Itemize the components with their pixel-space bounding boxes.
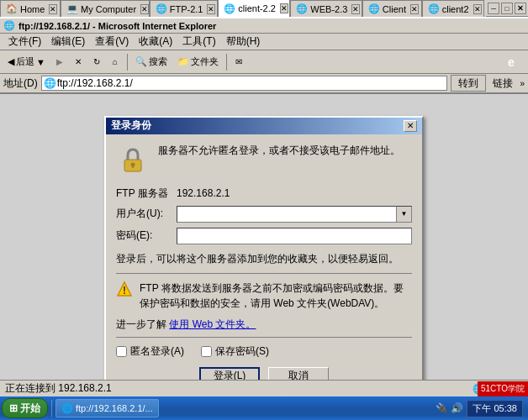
link-prefix: 进一步了解 <box>116 318 166 330</box>
watermark: 51CTO学院 <box>478 381 528 396</box>
home-button[interactable]: ⌂ <box>107 53 124 71</box>
dialog-title: 登录身份 <box>111 118 151 133</box>
anonymous-checkbox-item: 匿名登录(A) <box>116 344 184 359</box>
menu-edit[interactable]: 编辑(E) <box>46 33 90 50</box>
taskbar-sep <box>51 400 52 417</box>
client2-tab-close[interactable]: ✕ <box>410 4 419 14</box>
password-input[interactable] <box>177 228 412 244</box>
taskbar-ie-button[interactable]: 🌐 ftp://192.168.2.1/... <box>55 399 159 417</box>
mail-button[interactable]: ✉ <box>230 53 247 71</box>
toolbar-sep-2 <box>226 54 227 71</box>
back-label: 后退 <box>16 55 34 68</box>
separator-1 <box>116 273 412 274</box>
my-computer-tab-icon: 💻 <box>66 3 78 14</box>
my-computer-tab-label: My Computer <box>81 4 136 14</box>
go-button[interactable]: 转到 <box>451 75 486 92</box>
password-row: 密码(E): <box>116 228 412 244</box>
checkbox-row: 匿名登录(A) 保存密码(S) <box>116 344 412 359</box>
back-button[interactable]: ◀ 后退 ▼ <box>3 53 50 71</box>
username-dropdown-button[interactable]: ▼ <box>397 206 412 223</box>
minimize-btn[interactable]: ─ <box>488 3 499 14</box>
ie-icon: 🌐 <box>3 20 15 31</box>
folder-icon: 📁 <box>177 56 189 67</box>
lock-icon <box>118 144 148 175</box>
login-dialog: 登录身份 ✕ <box>104 116 424 399</box>
ie-logo-text: e <box>508 55 515 69</box>
close-btn[interactable]: ✕ <box>515 3 526 14</box>
forward-button[interactable]: ▶ <box>51 53 68 71</box>
menu-help[interactable]: 帮助(H) <box>221 33 266 50</box>
menu-bar: 文件(F) 编辑(E) 查看(V) 收藏(A) 工具(T) 帮助(H) <box>0 34 528 50</box>
folder-button[interactable]: 📁 文件夹 <box>173 53 223 71</box>
client3-tab-label: client2 <box>442 4 469 14</box>
username-input-container: ▼ <box>177 206 412 223</box>
address-icon: 🌐 <box>44 77 55 89</box>
start-label: 开始 <box>20 402 40 416</box>
menu-view[interactable]: 查看(V) <box>90 33 134 50</box>
links-arrow[interactable]: » <box>520 79 525 88</box>
anonymous-checkbox[interactable] <box>116 346 127 357</box>
system-tray: 🔌 🔊 <box>435 402 463 415</box>
tab-ftp-2.1[interactable]: 🌐 FTP-2.1 ✕ <box>150 0 219 17</box>
warning-text: FTP 将数据发送到服务器之前不加密或编码密码或数据。要保护密码和数据的安全，请… <box>140 281 412 311</box>
home-tab-close[interactable]: ✕ <box>49 4 57 14</box>
window-titlebar: 🌐 ftp://192.168.2.1/ - Microsoft Interne… <box>0 18 528 34</box>
username-row: 用户名(U): ▼ <box>116 206 412 223</box>
ftp-tab-close[interactable]: ✕ <box>207 4 215 14</box>
dialog-overlay: 登录身份 ✕ <box>0 94 528 420</box>
toolbar: ◀ 后退 ▼ ▶ ✕ ↻ ⌂ 🔍 搜索 📁 文件夹 ✉ e <box>0 50 528 74</box>
save-password-label: 保存密码(S) <box>215 344 269 359</box>
back-dropdown-icon: ▼ <box>36 57 45 67</box>
ftp-server-value: 192.168.2.1 <box>177 187 412 199</box>
tab-home[interactable]: 🏠 Home ✕ <box>0 0 61 17</box>
taskbar-clock: 下午 05:38 <box>467 400 523 417</box>
tab-client2[interactable]: 🌐 client2 ✕ <box>422 0 484 17</box>
folder-label: 文件夹 <box>191 55 219 68</box>
client3-tab-icon: 🌐 <box>428 3 440 14</box>
ftp-tab-label: FTP-2.1 <box>170 4 203 14</box>
maximize-btn[interactable]: □ <box>501 3 513 14</box>
tab-my-computer[interactable]: 💻 My Computer ✕ <box>61 0 150 17</box>
search-label: 搜索 <box>149 55 167 68</box>
client2-tab-icon: 🌐 <box>368 3 380 14</box>
status-text: 正在连接到 192.168.2.1 <box>5 381 473 396</box>
web-folder-link[interactable]: 使用 Web 文件夹。 <box>169 318 256 330</box>
warning-row: ! FTP 将数据发送到服务器之前不加密或编码密码或数据。要保护密码和数据的安全… <box>116 281 412 311</box>
link-row: 进一步了解 使用 Web 文件夹。 <box>116 318 412 332</box>
menu-file[interactable]: 文件(F) <box>3 33 46 50</box>
stop-button[interactable]: ✕ <box>70 53 87 71</box>
ftp-tab-icon: 🌐 <box>156 3 167 14</box>
taskbar-ie-icon: 🌐 <box>61 403 73 414</box>
username-label: 用户名(U): <box>116 207 177 221</box>
links-label[interactable]: 链接 <box>489 76 516 92</box>
tab-web-2.3[interactable]: 🌐 WEB-2.3 ✕ <box>290 0 362 17</box>
menu-favorites[interactable]: 收藏(A) <box>134 33 177 50</box>
menu-tools[interactable]: 工具(T) <box>177 33 220 50</box>
address-input[interactable] <box>57 77 446 89</box>
tab-client-2.2[interactable]: 🌐 client-2.2 ✕ <box>218 0 290 17</box>
web-tab-close[interactable]: ✕ <box>351 4 360 14</box>
dialog-description: 服务器不允许匿名登录，或者不接受该电子邮件地址。 <box>158 143 412 158</box>
start-button[interactable]: ⊞ 开始 <box>2 398 48 418</box>
client3-tab-close[interactable]: ✕ <box>473 4 482 14</box>
watermark-text: 51CTO学院 <box>481 384 525 393</box>
client-tab-close[interactable]: ✕ <box>280 3 288 13</box>
back-icon: ◀ <box>8 56 14 67</box>
my-computer-tab-close[interactable]: ✕ <box>140 4 149 14</box>
refresh-button[interactable]: ↻ <box>88 53 105 71</box>
windows-logo: ⊞ <box>9 402 18 414</box>
tray-sound-icon[interactable]: 🔊 <box>450 402 463 415</box>
main-content: 登录身份 ✕ <box>0 94 528 420</box>
tab-client[interactable]: 🌐 Client ✕ <box>362 0 422 17</box>
ie-logo: e <box>498 52 525 72</box>
username-input[interactable] <box>177 206 397 223</box>
ftp-server-row: FTP 服务器 192.168.2.1 <box>116 186 412 201</box>
tray-network-icon[interactable]: 🔌 <box>435 402 448 415</box>
status-bar: 正在连接到 192.168.2.1 🌐 Internet <box>0 380 528 396</box>
lock-icon-area <box>116 143 150 176</box>
dialog-close-button[interactable]: ✕ <box>404 120 417 132</box>
client-tab-icon: 🌐 <box>224 3 235 14</box>
search-button[interactable]: 🔍 搜索 <box>131 53 172 71</box>
save-password-checkbox[interactable] <box>201 346 212 357</box>
client-tab-label: client-2.2 <box>238 3 276 13</box>
